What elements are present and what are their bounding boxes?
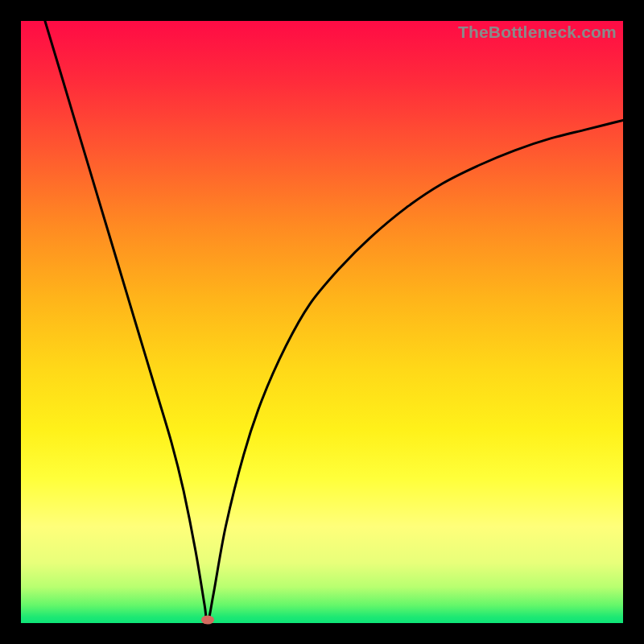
chart-frame: TheBottleneck.com bbox=[0, 0, 644, 644]
bottleneck-curve bbox=[45, 21, 623, 623]
curve-svg bbox=[21, 21, 623, 623]
minimum-marker bbox=[201, 616, 214, 625]
plot-area: TheBottleneck.com bbox=[21, 21, 623, 623]
watermark-text: TheBottleneck.com bbox=[458, 23, 617, 42]
